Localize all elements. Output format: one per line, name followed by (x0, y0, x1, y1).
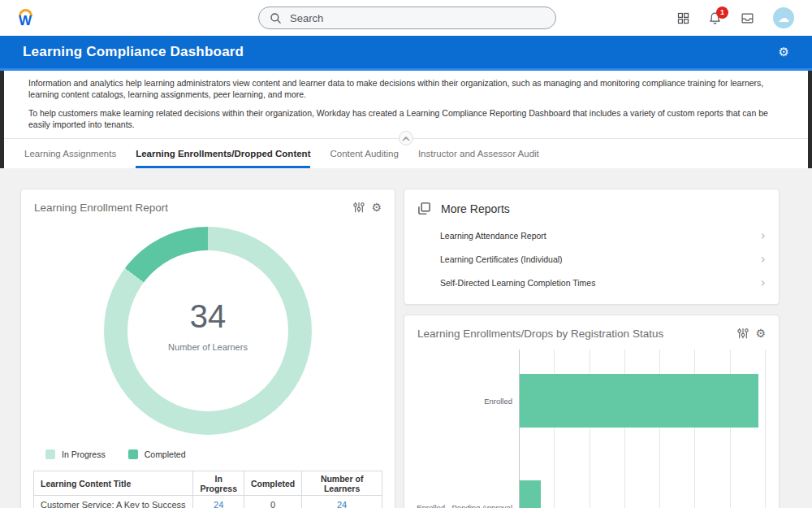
legend-swatch (45, 449, 55, 459)
column-header-completed[interactable]: Completed (244, 471, 301, 496)
page-header: Learning Compliance Dashboard ⚙ (0, 36, 812, 71)
bar-category-label-enrolled: Enrolled (484, 397, 512, 406)
chevron-right-icon: › (761, 276, 766, 289)
more-reports-header: More Reports (404, 189, 779, 222)
top-bar-actions: 1 ☁ (677, 0, 794, 36)
workday-logo[interactable]: W (15, 9, 36, 28)
report-link-label: Learning Certificates (Individual) (440, 254, 563, 264)
content-title-cell: Customer Service: A Key to Success (34, 496, 193, 508)
chevron-right-icon: › (761, 253, 766, 266)
apps-grid-icon[interactable] (677, 12, 689, 24)
intro-paragraph-2: To help customers make learning related … (28, 107, 784, 130)
dashboard-content: Learning Enrollment Report ⚙ 34 Number o… (0, 168, 812, 508)
reports-stack-icon (417, 202, 431, 215)
user-avatar[interactable]: ☁ (773, 7, 794, 28)
legend-label: Completed (145, 449, 186, 459)
enrollment-table-body: Customer Service: A Key to Success24024I… (34, 496, 382, 508)
bar-category-label-enrolled-pending-approval: Enrolled - Pending Approval (417, 503, 512, 508)
notifications-bell-icon[interactable]: 1 (708, 11, 722, 25)
column-header-learning-content-title[interactable]: Learning Content Title (34, 471, 193, 496)
cloud-icon: ☁ (778, 11, 789, 24)
collapse-intro-button[interactable] (399, 131, 413, 145)
donut-chart[interactable]: 34 Number of Learners (104, 227, 312, 435)
table-row: Customer Service: A Key to Success24024 (34, 496, 382, 508)
report-link-self-directed-learning-completion-times[interactable]: Self-Directed Learning Completion Times› (440, 271, 766, 294)
registration-card-tools: ⚙ (737, 327, 766, 340)
value-cell[interactable]: 24 (193, 496, 244, 508)
more-reports-title: More Reports (441, 202, 510, 215)
more-reports-card: More Reports Learning Attendance Report›… (404, 189, 780, 305)
registration-card-header: Learning Enrollments/Drops by Registrati… (404, 315, 779, 346)
intro-section: Information and analytics help learning … (4, 71, 808, 138)
column-header-number-of-learners[interactable]: Number of Learners (302, 471, 382, 496)
intro-band: Information and analytics help learning … (0, 71, 812, 168)
legend-item-completed: Completed (128, 449, 186, 459)
tab-learning-assignments[interactable]: Learning Assignments (24, 139, 116, 168)
search-placeholder: Search (290, 12, 323, 24)
right-column: More Reports Learning Attendance Report›… (404, 189, 780, 508)
page-title: Learning Compliance Dashboard (23, 44, 244, 60)
enrollment-card-tools: ⚙ (353, 201, 382, 214)
intro-paragraph-1: Information and analytics help learning … (28, 77, 784, 100)
bar-chart-plot (519, 350, 772, 508)
chart-settings-gear-icon[interactable]: ⚙ (371, 201, 382, 214)
value-cell[interactable]: 24 (302, 496, 382, 508)
chart-filter-sliders-icon[interactable] (737, 328, 749, 339)
chart-settings-gear-icon[interactable]: ⚙ (755, 327, 766, 340)
report-link-label: Self-Directed Learning Completion Times (440, 278, 595, 288)
tab-bar: Learning AssignmentsLearning Enrollments… (4, 138, 808, 168)
enrollment-table-wrap: Learning Content TitleIn ProgressComplet… (21, 471, 395, 508)
registration-card-title: Learning Enrollments/Drops by Registrati… (417, 328, 663, 340)
report-link-learning-certificates-individual[interactable]: Learning Certificates (Individual)› (440, 247, 766, 271)
donut-center: 34 Number of Learners (127, 250, 288, 411)
enrollment-card-header: Learning Enrollment Report ⚙ (21, 189, 395, 220)
donut-chart-area: 34 Number of Learners (21, 220, 395, 449)
donut-center-value: 34 (190, 298, 227, 335)
column-header-in-progress[interactable]: In Progress (193, 471, 244, 496)
report-link-label: Learning Attendance Report (440, 231, 546, 241)
enrollment-table: Learning Content TitleIn ProgressComplet… (33, 471, 382, 508)
report-link-learning-attendance-report[interactable]: Learning Attendance Report› (440, 224, 766, 247)
tab-learning-enrollments-dropped-content[interactable]: Learning Enrollments/Dropped Content (136, 139, 310, 168)
inbox-icon[interactable] (741, 11, 754, 25)
bar-enrolled[interactable] (520, 374, 758, 428)
value-cell: 0 (244, 496, 301, 508)
top-bar: W Search 1 ☁ (0, 0, 812, 36)
tab-instructor-and-assessor-audit[interactable]: Instructor and Assessor Audit (418, 139, 539, 168)
bar-chart-labels: EnrolledEnrolled - Pending Approval (417, 350, 519, 508)
notification-badge: 1 (716, 7, 728, 19)
chevron-right-icon: › (761, 229, 766, 242)
legend-label: In Progress (62, 449, 106, 459)
workday-logo-letter: W (19, 14, 32, 28)
search-icon (270, 12, 282, 24)
search-input[interactable]: Search (258, 7, 556, 29)
legend-item-in-progress: In Progress (45, 449, 106, 459)
bar-enrolled-pending-approval[interactable] (520, 480, 541, 508)
learning-enrollment-report-card: Learning Enrollment Report ⚙ 34 Number o… (20, 189, 395, 508)
dashboard-settings-gear-icon[interactable]: ⚙ (779, 45, 789, 59)
donut-legend: In ProgressCompleted (21, 449, 395, 471)
tab-content-auditing[interactable]: Content Auditing (330, 139, 398, 168)
donut-center-label: Number of Learners (168, 342, 248, 352)
bar-chart: EnrolledEnrolled - Pending Approval (417, 350, 766, 508)
chart-filter-sliders-icon[interactable] (353, 202, 365, 213)
enrollment-card-title: Learning Enrollment Report (34, 202, 168, 214)
legend-swatch (128, 449, 138, 459)
enrollment-table-header-row: Learning Content TitleIn ProgressComplet… (34, 471, 382, 496)
registration-status-card: Learning Enrollments/Drops by Registrati… (404, 315, 780, 508)
chevron-up-icon (402, 136, 410, 141)
more-reports-list: Learning Attendance Report›Learning Cert… (404, 222, 779, 304)
